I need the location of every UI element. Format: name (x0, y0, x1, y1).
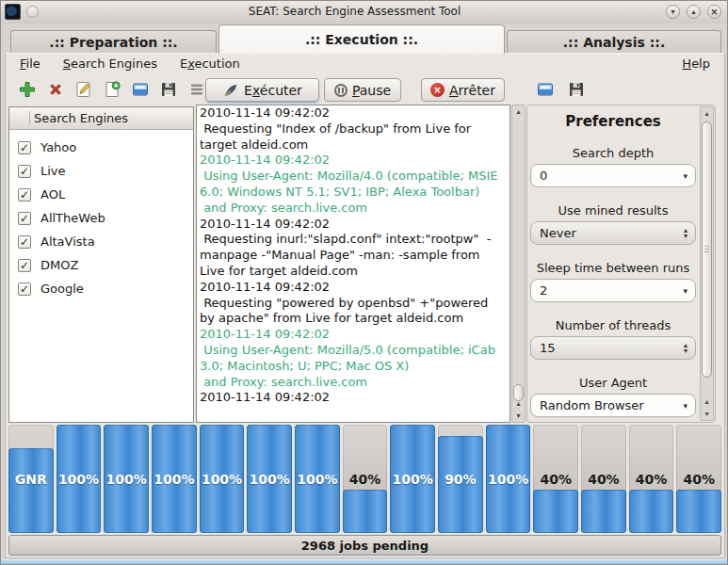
prefs-scroll-up-icon[interactable]: ▴ (701, 107, 713, 120)
combo-value: 2 (540, 283, 547, 298)
status-bar: 2968 jobs pending (8, 535, 721, 556)
thread-bar-label: 100% (200, 425, 245, 533)
engine-checkbox-aol[interactable]: ✓ (18, 188, 31, 202)
log-line: Requesting "powered by openbsd" +"powere… (200, 296, 507, 328)
spin-arrows-icon[interactable]: ▴▾ (684, 228, 688, 239)
engine-row-google[interactable]: ✓Google (9, 277, 193, 300)
search-engines-header-label: Search Engines (34, 111, 128, 125)
log-line: 2010-11-14 09:42:02 (200, 390, 507, 406)
thread-bar-label: 40% (629, 425, 674, 533)
engine-label: AOL (40, 187, 65, 202)
engine-row-alltheweb[interactable]: ✓AllTheWeb (9, 206, 193, 230)
engine-row-aol[interactable]: ✓AOL (9, 183, 193, 206)
thread-bar-15: 40% (676, 425, 721, 533)
save-tool-icon[interactable] (157, 78, 179, 100)
thread-bar-label: 40% (343, 425, 388, 533)
prefs-scroll-thumb[interactable] (702, 121, 712, 378)
thread-bar-label: 100% (390, 425, 435, 533)
spin-arrows-icon[interactable]: ▴▾ (684, 343, 688, 354)
pref-field-search-depth: Search depth0▾ (528, 146, 698, 187)
engine-checkbox-yahoo[interactable]: ✓ (18, 141, 31, 154)
thread-bar-12: 40% (533, 425, 578, 533)
engine-checkbox-dmoz[interactable]: ✓ (18, 259, 31, 272)
pref-label: Number of threads (528, 318, 698, 332)
log-scroll-down-icon[interactable]: ▾ (512, 410, 525, 422)
engine-row-altavista[interactable]: ✓AltaVista (9, 230, 193, 253)
thread-bar-1: GNR (8, 425, 54, 533)
preferences-scrollbar[interactable]: ▴ ▴ ▾ (700, 106, 714, 421)
use-mined-results-spinner[interactable]: Never▴▾ (530, 221, 696, 245)
thread-bar-11: 100% (486, 425, 531, 533)
log-line: and Proxy: search.live.com (200, 375, 507, 391)
log-line: Using User-Agent: Mozilla/5.0 (compatibl… (200, 343, 507, 375)
log-line: 2010-11-14 09:42:02 (200, 105, 507, 121)
combo-value: Random Browser (540, 398, 644, 412)
thread-progress-bars: GNR100%100%100%100%100%100%40%100%90%100… (8, 425, 721, 533)
thread-bar-10: 90% (438, 425, 483, 533)
toolbar-left-icons (16, 78, 207, 100)
thread-bar-label: 40% (581, 425, 626, 533)
pause-icon (334, 84, 348, 97)
search-engines-list: ✓Yahoo✓Live✓AOL✓AllTheWeb✓AltaVista✓DMOZ… (9, 136, 193, 300)
thread-bar-14: 40% (629, 425, 674, 533)
thread-bar-label: 90% (438, 425, 483, 533)
button-label: Pause (352, 83, 391, 98)
pref-label: Use mined results (528, 203, 698, 218)
preferences-panel: Preferences Search depth0▾Use mined resu… (528, 105, 698, 422)
sleep-time-between-runs-dropdown[interactable]: 2▾ (530, 279, 696, 302)
pref-label: User Agent (528, 376, 698, 390)
menu-execution[interactable]: Execution (180, 56, 240, 71)
engine-row-yahoo[interactable]: ✓Yahoo (9, 136, 193, 159)
chevron-down-icon: ▾ (683, 286, 688, 296)
combo-value: 0 (540, 169, 547, 183)
list-tool-icon[interactable] (186, 78, 207, 100)
add-tool-icon[interactable] (16, 78, 38, 100)
preferences-title: Preferences (528, 113, 698, 130)
thread-bar-label: 100% (486, 425, 531, 533)
engine-checkbox-live[interactable]: ✓ (18, 165, 31, 178)
menu-file[interactable]: File (20, 56, 40, 71)
thread-bar-label: 40% (533, 425, 578, 533)
thread-bar-label: 100% (104, 425, 149, 533)
thread-bar-8: 40% (343, 425, 388, 533)
jobs-pending-label: 2968 jobs pending (301, 539, 429, 553)
load-result-icon[interactable] (534, 78, 556, 100)
execution-log[interactable]: 2010-11-14 09:42:02 Requesting "Index of… (196, 105, 510, 423)
user-agent-dropdown[interactable]: Random Browser▾ (530, 394, 696, 417)
engine-label: Live (40, 164, 66, 178)
log-scrollbar[interactable]: ▴ ▴ ▾ (511, 105, 526, 423)
log-scroll-up-icon[interactable]: ▴ (512, 105, 525, 118)
number-of-threads-spinner[interactable]: 15▴▾ (530, 336, 696, 360)
combo-value: Never (540, 226, 576, 240)
search-engines-header[interactable]: Search Engines (9, 107, 193, 130)
engine-checkbox-altavista[interactable]: ✓ (18, 235, 31, 249)
engine-label: AllTheWeb (40, 211, 105, 225)
edit-tool-icon[interactable] (73, 78, 94, 100)
new-page-tool-icon[interactable] (101, 78, 122, 100)
search-depth-dropdown[interactable]: 0▾ (530, 164, 696, 187)
pref-field-sleep-time-between-runs: Sleep time between runs2▾ (528, 261, 698, 302)
thread-bar-5: 100% (200, 425, 245, 533)
engine-checkbox-google[interactable]: ✓ (18, 282, 31, 296)
log-scroll-up2-icon[interactable]: ▴ (512, 397, 525, 410)
pause-button[interactable]: Pause (324, 78, 401, 102)
thread-bar-13: 40% (581, 425, 626, 533)
save-result-icon[interactable] (565, 78, 587, 100)
menu-search-engines[interactable]: Search Engines (63, 56, 157, 71)
engine-checkbox-alltheweb[interactable]: ✓ (18, 212, 31, 225)
load-tool-icon[interactable] (129, 78, 151, 100)
ex-cuter-button[interactable]: Exécuter (205, 78, 319, 102)
remove-tool-icon[interactable] (44, 78, 66, 100)
engine-row-dmoz[interactable]: ✓DMOZ (9, 253, 193, 277)
prefs-scroll-down-icon[interactable]: ▾ (701, 408, 713, 420)
prefs-scroll-up2-icon[interactable]: ▴ (701, 396, 713, 408)
log-line: Requesting "Index of /backup" from Live … (200, 121, 507, 153)
thumb-grip (704, 246, 709, 252)
thread-bar-6: 100% (247, 425, 292, 533)
menu-help[interactable]: Help (682, 56, 710, 71)
search-engines-panel: Search Engines ✓Yahoo✓Live✓AOL✓AllTheWeb… (8, 106, 194, 423)
engine-row-live[interactable]: ✓Live (9, 159, 193, 183)
arr-ter-button[interactable]: ×Arrêter (421, 78, 505, 102)
thread-bar-3: 100% (104, 425, 149, 533)
pref-field-use-mined-results: Use mined resultsNever▴▾ (528, 203, 698, 245)
